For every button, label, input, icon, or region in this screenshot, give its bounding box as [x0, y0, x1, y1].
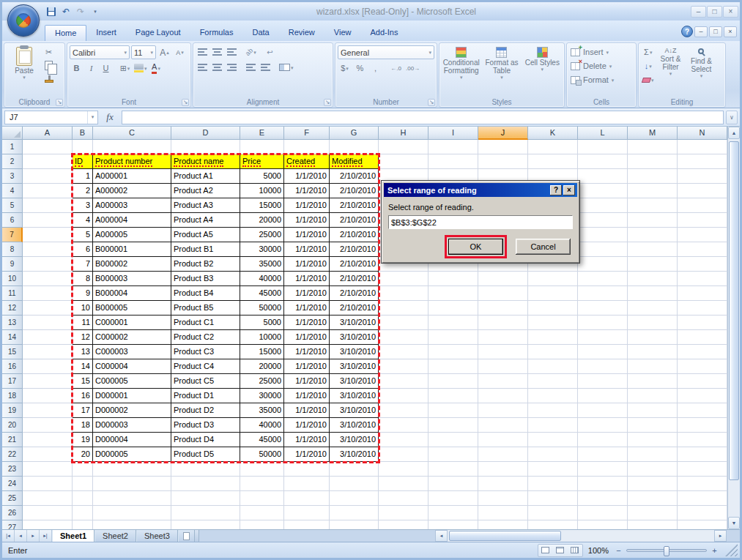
qat-customize-button[interactable]: ▾ — [89, 5, 102, 18]
cell-H23[interactable] — [379, 462, 428, 477]
cell-H10[interactable] — [379, 272, 428, 286]
cell-I10[interactable] — [428, 272, 478, 286]
cell-A26[interactable] — [23, 506, 73, 520]
cell-L5[interactable] — [578, 198, 628, 213]
row-header-24[interactable]: 24 — [2, 477, 23, 491]
cell-D2[interactable]: Product name — [171, 154, 240, 169]
cell-L14[interactable] — [578, 330, 628, 345]
clipboard-dialog-launcher-icon[interactable]: ↘ — [56, 99, 63, 106]
delete-cells-button[interactable]: Delete▾ — [569, 59, 634, 72]
cell-N22[interactable] — [678, 447, 727, 462]
cell-M17[interactable] — [628, 374, 678, 389]
cell-B17[interactable]: 15 — [73, 374, 93, 389]
cell-I26[interactable] — [428, 506, 478, 520]
cell-C14[interactable]: C000002 — [93, 330, 171, 345]
cell-I11[interactable] — [428, 286, 478, 301]
column-header-C[interactable]: C — [93, 127, 171, 140]
cell-A17[interactable] — [23, 374, 73, 389]
cell-B6[interactable]: 4 — [73, 213, 93, 228]
cell-E8[interactable]: 30000 — [240, 242, 284, 257]
cell-A22[interactable] — [23, 447, 73, 462]
find-select-button[interactable]: Find & Select ▾ — [686, 45, 717, 97]
row-header-17[interactable]: 17 — [2, 374, 23, 389]
cell-D10[interactable]: Product B3 — [171, 272, 240, 286]
cell-G20[interactable]: 3/10/2010 — [330, 418, 379, 433]
cell-K14[interactable] — [528, 330, 578, 345]
cell-D12[interactable]: Product B5 — [171, 301, 240, 316]
tab-view[interactable]: View — [324, 25, 361, 41]
cell-D6[interactable]: Product A4 — [171, 213, 240, 228]
cell-N24[interactable] — [678, 477, 727, 491]
workbook-close-button[interactable]: × — [724, 26, 737, 37]
cell-A5[interactable] — [23, 198, 73, 213]
cell-F17[interactable]: 1/1/2010 — [284, 374, 330, 389]
cell-G12[interactable]: 2/10/2010 — [330, 301, 379, 316]
cell-K23[interactable] — [528, 462, 578, 477]
cell-L6[interactable] — [578, 213, 628, 228]
cell-F24[interactable] — [284, 477, 330, 491]
cell-L3[interactable] — [578, 169, 628, 184]
tab-formulas[interactable]: Formulas — [190, 25, 243, 41]
cell-H20[interactable] — [379, 418, 428, 433]
cell-F23[interactable] — [284, 462, 330, 477]
cell-M3[interactable] — [628, 169, 678, 184]
cell-C21[interactable]: D000004 — [93, 433, 171, 447]
cell-G1[interactable] — [330, 140, 379, 154]
cell-C20[interactable]: D000003 — [93, 418, 171, 433]
cell-L11[interactable] — [578, 286, 628, 301]
cell-N26[interactable] — [678, 506, 727, 520]
cell-A6[interactable] — [23, 213, 73, 228]
vertical-scrollbar[interactable]: ▲ ▼ — [727, 127, 740, 529]
cell-B7[interactable]: 5 — [73, 228, 93, 242]
cell-N11[interactable] — [678, 286, 727, 301]
cell-B1[interactable] — [73, 140, 93, 154]
cell-N5[interactable] — [678, 198, 727, 213]
cell-D19[interactable]: Product D2 — [171, 403, 240, 418]
borders-button[interactable]: ⊞▾ — [118, 61, 132, 75]
zoom-out-button[interactable]: − — [614, 546, 623, 555]
cell-D1[interactable] — [171, 140, 240, 154]
first-sheet-button[interactable]: |◂ — [2, 530, 15, 542]
tab-add-ins[interactable]: Add-Ins — [360, 25, 407, 41]
cell-K16[interactable] — [528, 359, 578, 374]
align-top-button[interactable] — [196, 45, 209, 59]
dialog-help-button[interactable]: ? — [550, 185, 562, 195]
cell-F21[interactable]: 1/1/2010 — [284, 433, 330, 447]
cell-N4[interactable] — [678, 184, 727, 198]
redo-button[interactable]: ↷ — [74, 5, 87, 18]
cell-B15[interactable]: 13 — [73, 345, 93, 359]
cell-A3[interactable] — [23, 169, 73, 184]
cell-L21[interactable] — [578, 433, 628, 447]
name-box[interactable]: J7 ▾ — [4, 111, 98, 124]
cell-C24[interactable] — [93, 477, 171, 491]
cell-F27[interactable] — [284, 520, 330, 529]
accounting-format-button[interactable]: $▾ — [338, 61, 352, 75]
vertical-scroll-thumb[interactable] — [729, 141, 739, 480]
cell-L10[interactable] — [578, 272, 628, 286]
cell-F10[interactable]: 1/1/2010 — [284, 272, 330, 286]
cell-L7[interactable] — [578, 228, 628, 242]
orientation-button[interactable]: ab▾ — [244, 45, 258, 59]
cell-E14[interactable]: 10000 — [240, 330, 284, 345]
cell-F12[interactable]: 1/1/2010 — [284, 301, 330, 316]
cell-L27[interactable] — [578, 520, 628, 529]
cell-C15[interactable]: C000003 — [93, 345, 171, 359]
cell-A24[interactable] — [23, 477, 73, 491]
cell-J25[interactable] — [478, 491, 528, 506]
cell-I15[interactable] — [428, 345, 478, 359]
select-all-corner[interactable] — [2, 127, 23, 140]
cell-L19[interactable] — [578, 403, 628, 418]
row-header-2[interactable]: 2 — [2, 154, 23, 169]
cell-G15[interactable]: 3/10/2010 — [330, 345, 379, 359]
cell-M26[interactable] — [628, 506, 678, 520]
zoom-level[interactable]: 100% — [588, 546, 609, 555]
sheet-tab-sheet3[interactable]: Sheet3 — [136, 530, 178, 542]
tab-insert[interactable]: Insert — [86, 25, 126, 41]
cell-E26[interactable] — [240, 506, 284, 520]
cell-G7[interactable]: 2/10/2010 — [330, 228, 379, 242]
cell-N19[interactable] — [678, 403, 727, 418]
cell-F7[interactable]: 1/1/2010 — [284, 228, 330, 242]
sheet-tab-sheet1[interactable]: Sheet1 — [52, 530, 94, 542]
row-header-1[interactable]: 1 — [2, 140, 23, 154]
row-header-4[interactable]: 4 — [2, 184, 23, 198]
